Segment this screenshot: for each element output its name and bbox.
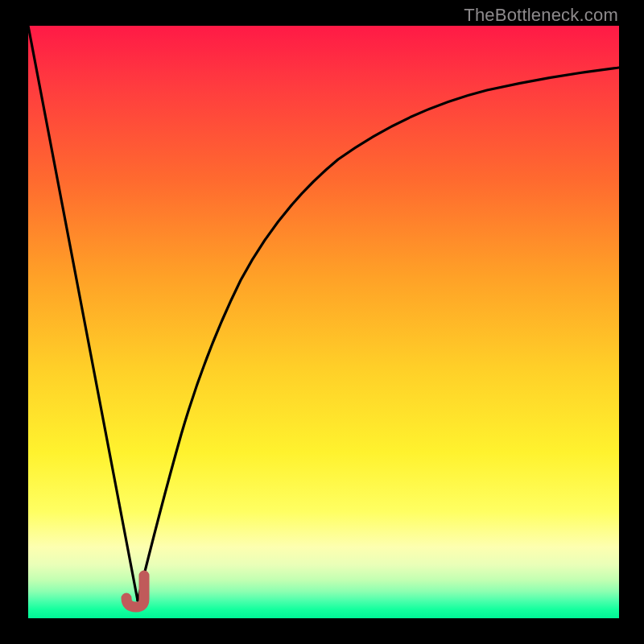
series-left-descent bbox=[28, 26, 138, 601]
chart-frame: TheBottleneck.com bbox=[0, 0, 644, 644]
watermark-text: TheBottleneck.com bbox=[464, 5, 618, 26]
series-right-ascent bbox=[138, 68, 619, 601]
chart-curves-svg bbox=[28, 26, 619, 618]
plot-area bbox=[28, 26, 619, 618]
